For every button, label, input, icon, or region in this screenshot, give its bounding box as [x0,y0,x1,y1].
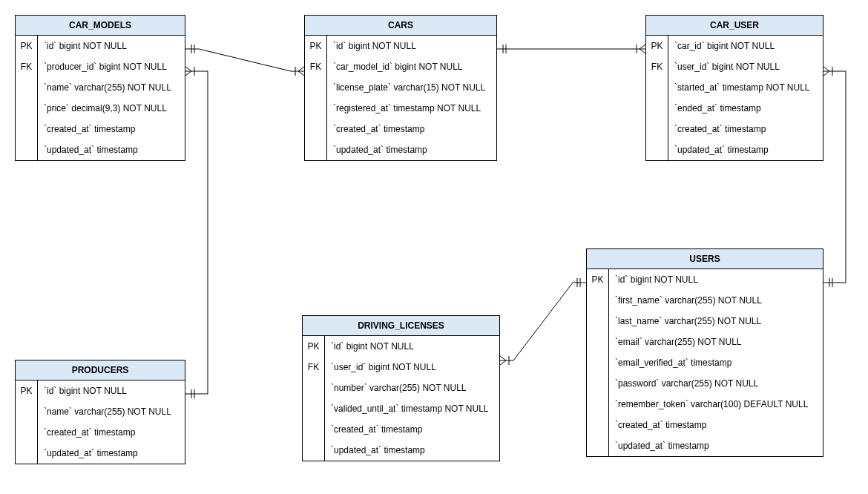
table-row: `price` decimal(9,3) NOT NULL [16,98,185,119]
entity-title: CAR_MODELS [16,16,185,36]
column-def: `name` varchar(255) NOT NULL [38,77,185,98]
entity-title: USERS [587,249,823,269]
key-cell [303,378,325,398]
column-def: `last_name` varchar(255) NOT NULL [609,311,823,332]
key-cell [16,98,38,119]
table-row: PK`id` bigint NOT NULL [305,36,496,56]
column-def: `updated_at` timestamp [325,440,499,461]
table-row: `valided_until_at` timestamp NOT NULL [303,398,499,419]
erd-canvas: { "entities": { "car_models": { "title":… [0,0,868,494]
key-cell [646,98,668,119]
table-row: FK`car_model_id` bigint NOT NULL [305,56,496,77]
key-cell: PK [303,336,325,357]
key-cell: FK [646,56,668,77]
table-row: `ended_at` timestamp [646,98,823,119]
key-cell: FK [305,56,327,77]
column-def: `updated_at` timestamp [38,443,185,464]
table-row: `registered_at` timestamp NOT NULL [305,98,496,119]
column-def: `id` bigint NOT NULL [327,36,496,56]
table-row: `created_at` timestamp [587,415,823,435]
key-cell [16,77,38,98]
column-def: `created_at` timestamp [38,119,185,139]
entity-users: USERSPK`id` bigint NOT NULL`first_name` … [586,248,823,457]
key-cell [305,98,327,119]
key-cell [16,443,38,464]
column-def: `id` bigint NOT NULL [609,269,823,290]
key-cell: PK [16,381,38,401]
table-row: `created_at` timestamp [16,422,185,443]
table-row: `created_at` timestamp [305,119,496,139]
table-row: `updated_at` timestamp [303,440,499,461]
table-row: `remember_token` varchar(100) DEFAULT NU… [587,394,823,415]
table-row: PK`id` bigint NOT NULL [16,381,185,401]
entity-producers: PRODUCERSPK`id` bigint NOT NULL`name` va… [15,360,185,464]
column-def: `created_at` timestamp [38,422,185,443]
table-row: FK`user_id` bigint NOT NULL [303,357,499,378]
key-cell [587,332,609,352]
table-row: PK`id` bigint NOT NULL [303,336,499,357]
rel-carmodels-cars [185,49,304,71]
table-row: `created_at` timestamp [303,419,499,440]
column-def: `user_id` bigint NOT NULL [668,56,823,77]
column-def: `created_at` timestamp [325,419,499,440]
table-row: `number` varchar(255) NOT NULL [303,378,499,398]
column-def: `email` varchar(255) NOT NULL [609,332,823,352]
table-row: `created_at` timestamp [16,119,185,139]
column-def: `producer_id` bigint NOT NULL [38,56,185,77]
key-cell [646,119,668,139]
column-def: `ended_at` timestamp [668,98,823,119]
column-def: `updated_at` timestamp [609,435,823,456]
entity-driving-licenses: DRIVING_LICENSESPK`id` bigint NOT NULLFK… [302,315,500,461]
table-row: `email` varchar(255) NOT NULL [587,332,823,352]
rel-producers-carmodels [185,71,208,394]
rel-users-drivinglicenses [500,283,586,360]
column-def: `license_plate` varchar(15) NOT NULL [327,77,496,98]
column-def: `updated_at` timestamp [668,139,823,160]
key-cell: PK [305,36,327,56]
table-row: `updated_at` timestamp [587,435,823,456]
column-def: `price` decimal(9,3) NOT NULL [38,98,185,119]
key-cell [303,419,325,440]
key-cell [303,440,325,461]
table-row: `last_name` varchar(255) NOT NULL [587,311,823,332]
key-cell [587,290,609,311]
key-cell [305,77,327,98]
key-cell: PK [587,269,609,290]
column-def: `car_id` bigint NOT NULL [668,36,823,56]
key-cell [16,119,38,139]
table-row: `updated_at` timestamp [305,139,496,160]
table-row: `name` varchar(255) NOT NULL [16,77,185,98]
key-cell: PK [646,36,668,56]
entity-title: CARS [305,16,496,36]
key-cell: FK [16,56,38,77]
column-def: `created_at` timestamp [327,119,496,139]
table-row: `updated_at` timestamp [16,443,185,464]
column-def: `car_model_id` bigint NOT NULL [327,56,496,77]
column-def: `created_at` timestamp [609,415,823,435]
entity-cars: CARSPK`id` bigint NOT NULLFK`car_model_i… [304,15,497,161]
key-cell [646,139,668,160]
table-row: `first_name` varchar(255) NOT NULL [587,290,823,311]
entity-car-models: CAR_MODELSPK`id` bigint NOT NULLFK`produ… [15,15,185,161]
key-cell [16,401,38,422]
column-def: `updated_at` timestamp [38,139,185,160]
table-row: `created_at` timestamp [646,119,823,139]
column-def: `updated_at` timestamp [327,139,496,160]
key-cell [16,139,38,160]
key-cell [16,422,38,443]
entity-car-user: CAR_USERPK`car_id` bigint NOT NULLFK`use… [645,15,823,161]
key-cell: FK [303,357,325,378]
table-row: `password` varchar(255) NOT NULL [587,373,823,394]
column-def: `password` varchar(255) NOT NULL [609,373,823,394]
table-row: PK`id` bigint NOT NULL [587,269,823,290]
table-row: `updated_at` timestamp [16,139,185,160]
table-row: PK`id` bigint NOT NULL [16,36,185,56]
column-def: `registered_at` timestamp NOT NULL [327,98,496,119]
key-cell [303,398,325,419]
table-row: `name` varchar(255) NOT NULL [16,401,185,422]
key-cell [587,394,609,415]
column-def: `name` varchar(255) NOT NULL [38,401,185,422]
table-row: FK`producer_id` bigint NOT NULL [16,56,185,77]
column-def: `remember_token` varchar(100) DEFAULT NU… [609,394,823,415]
column-def: `number` varchar(255) NOT NULL [325,378,499,398]
